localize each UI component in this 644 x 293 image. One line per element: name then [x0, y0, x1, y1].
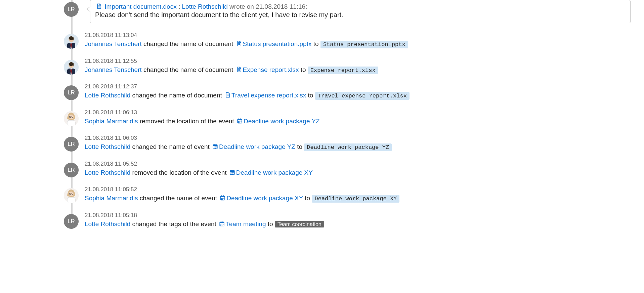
activity-line: Lotte Rothschild changed the name of doc…	[85, 91, 631, 100]
activity-timestamp: 21.08.2018 11:06:13	[85, 109, 631, 116]
svg-rect-28	[67, 120, 75, 126]
activity-entry: LR21.08.2018 11:06:03Lotte Rothschild ch…	[64, 135, 631, 152]
svg-rect-56	[232, 173, 233, 174]
actor-link[interactable]: Johannes Tenschert	[85, 66, 142, 73]
activity-object-link[interactable]: Deadline work package XY	[226, 195, 303, 202]
activity-line: Lotte Rothschild changed the tags of the…	[85, 219, 631, 229]
activity-timestamp: 21.08.2018 11:12:55	[85, 58, 631, 65]
svg-rect-52	[231, 172, 231, 173]
svg-rect-37	[238, 122, 239, 123]
svg-point-25	[69, 115, 74, 119]
avatar[interactable]: LR	[64, 137, 79, 152]
activity-object-link[interactable]: Team meeting	[226, 220, 266, 227]
svg-rect-70	[221, 199, 222, 200]
svg-rect-44	[215, 146, 216, 147]
svg-rect-36	[241, 121, 241, 122]
svg-rect-34	[238, 121, 239, 122]
svg-rect-78	[223, 224, 224, 224]
calendar-icon	[229, 169, 235, 175]
activity-comment: LR Important document.docx : Lotte Roths…	[64, 0, 631, 23]
svg-rect-80	[222, 225, 222, 225]
comment-document-link[interactable]: Important document.docx	[104, 3, 176, 10]
avatar[interactable]	[64, 60, 79, 75]
activity-entry: LR21.08.2018 11:05:18Lotte Rothschild ch…	[64, 212, 631, 229]
svg-rect-49	[230, 170, 234, 172]
activity-object-link[interactable]: Deadline work package XY	[236, 169, 313, 176]
activity-object-link[interactable]: Travel expense report.xlsx	[231, 92, 306, 99]
actor-link[interactable]: Lotte Rothschild	[85, 169, 130, 176]
actor-link[interactable]: Lotte Rothschild	[85, 143, 130, 150]
calendar-icon	[237, 118, 243, 124]
activity-timestamp: 21.08.2018 11:05:18	[85, 212, 631, 219]
activity-object-link[interactable]: Deadline work package YZ	[219, 143, 295, 150]
activity-entry: LR21.08.2018 11:12:37Lotte Rothschild ch…	[64, 83, 631, 100]
svg-rect-55	[231, 173, 231, 174]
svg-rect-35	[240, 121, 240, 122]
svg-rect-76	[220, 224, 221, 224]
svg-rect-79	[220, 225, 221, 225]
word-to: to	[305, 195, 310, 202]
activity-verb: removed the location of the event	[140, 118, 234, 125]
activity-verb: removed the location of the event	[132, 169, 227, 176]
activity-object-link[interactable]: Expense report.xlsx	[243, 66, 299, 73]
activity-object-link[interactable]: Status presentation.pptx	[243, 40, 312, 47]
actor-link[interactable]: Johannes Tenschert	[85, 40, 142, 47]
actor-link[interactable]: Sophia Marmaridis	[85, 195, 138, 202]
svg-rect-64	[220, 196, 225, 198]
svg-rect-61	[67, 197, 75, 203]
avatar[interactable]: LR	[64, 2, 79, 17]
avatar[interactable]	[64, 111, 79, 126]
avatar[interactable]	[64, 34, 79, 49]
activity-entry: 21.08.2018 11:12:55Johannes Tenschert ch…	[64, 58, 631, 75]
word-to: to	[297, 143, 302, 150]
activity-verb: changed the name of document	[132, 92, 222, 99]
comment-author-link[interactable]: Lotte Rothschild	[182, 3, 228, 10]
calendar-icon	[220, 195, 225, 201]
actor-link[interactable]: Lotte Rothschild	[85, 220, 130, 227]
avatar[interactable]: LR	[64, 163, 79, 177]
avatar[interactable]	[64, 188, 79, 203]
activity-object-link[interactable]: Deadline work package YZ	[244, 118, 320, 125]
separator: :	[178, 3, 182, 10]
word-to: to	[308, 92, 313, 99]
tag-chip[interactable]: Team coordination	[275, 221, 324, 227]
document-icon	[236, 40, 242, 47]
svg-rect-38	[240, 122, 240, 123]
activity-feed: LR Important document.docx : Lotte Roths…	[64, 0, 631, 229]
calendar-icon	[219, 220, 225, 227]
actor-link[interactable]: Sophia Marmaridis	[85, 118, 138, 125]
svg-rect-54	[233, 172, 234, 173]
avatar[interactable]: LR	[64, 85, 79, 100]
activity-timestamp: 21.08.2018 11:13:04	[85, 32, 631, 39]
document-icon	[225, 92, 230, 98]
document-icon	[236, 66, 242, 73]
activity-verb: changed the name of document	[143, 66, 233, 73]
activity-line: Johannes Tenschert changed the name of d…	[85, 65, 631, 75]
avatar[interactable]: LR	[64, 214, 79, 229]
activity-line: Lotte Rothschild removed the location of…	[85, 168, 631, 178]
document-icon	[96, 3, 102, 9]
activity-verb: changed the tags of the event	[132, 220, 216, 227]
comment-bubble: Important document.docx : Lotte Rothschi…	[90, 0, 631, 23]
svg-rect-40	[213, 145, 217, 146]
svg-rect-71	[222, 199, 223, 200]
actor-link[interactable]: Lotte Rothschild	[85, 92, 130, 99]
activity-entry: 21.08.2018 11:13:04Johannes Tenschert ch…	[64, 32, 631, 49]
activity-timestamp: 21.08.2018 11:05:52	[85, 161, 631, 167]
svg-rect-68	[222, 198, 223, 199]
activity-timestamp: 21.08.2018 11:12:37	[85, 83, 631, 90]
new-value: Travel expense report.xlsx	[315, 92, 410, 100]
calendar-icon	[212, 143, 218, 150]
activity-verb: changed the name of document	[143, 40, 233, 47]
svg-rect-43	[214, 146, 214, 147]
svg-rect-47	[215, 148, 216, 149]
activity-entry: 21.08.2018 11:06:13Sophia Marmaridis rem…	[64, 109, 631, 126]
new-value: Expense report.xlsx	[308, 67, 378, 74]
svg-rect-67	[221, 198, 222, 199]
new-value: Status presentation.pptx	[320, 41, 408, 48]
activity-entry: LR21.08.2018 11:05:52Lotte Rothschild re…	[64, 161, 631, 178]
svg-rect-69	[224, 198, 224, 199]
word-to: to	[313, 40, 319, 47]
activity-timestamp: 21.08.2018 11:05:52	[85, 186, 631, 193]
svg-rect-73	[220, 222, 224, 223]
